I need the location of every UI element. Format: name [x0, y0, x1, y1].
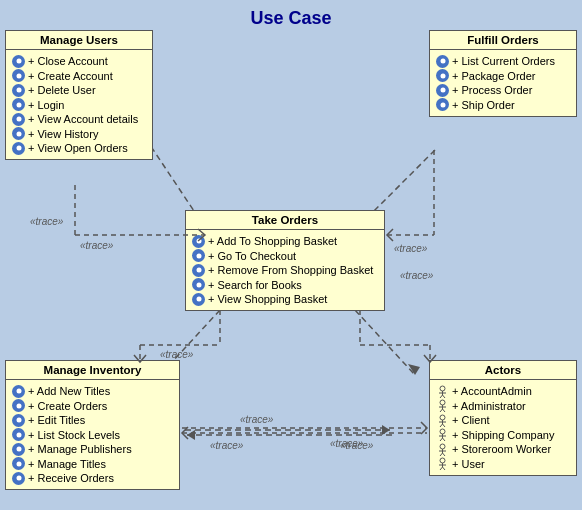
list-item: + Client	[436, 414, 570, 427]
svg-line-21	[443, 409, 446, 412]
list-item: + Ship Order	[436, 98, 570, 111]
svg-line-15	[440, 395, 443, 398]
trace-label-2: «trace»	[400, 270, 433, 281]
list-item: + Go To Checkout	[192, 249, 378, 262]
circle-icon	[12, 472, 25, 485]
svg-line-25	[440, 424, 443, 427]
list-item: + View History	[12, 127, 146, 140]
list-item: + Add New Titles	[12, 385, 173, 398]
list-item: + Manage Publishers	[12, 443, 173, 456]
circle-icon	[12, 55, 25, 68]
actors-box: Actors + AccountAdmin + Administrator + …	[429, 360, 577, 476]
person-icon	[436, 443, 449, 456]
circle-icon	[12, 399, 25, 412]
svg-text:«trace»: «trace»	[240, 414, 274, 425]
list-item: + Add To Shopping Basket	[192, 235, 378, 248]
circle-icon	[436, 84, 449, 97]
list-item: + Edit Titles	[12, 414, 173, 427]
svg-line-6	[355, 310, 415, 375]
take-orders-header: Take Orders	[186, 211, 384, 230]
list-item: + Login	[12, 98, 146, 111]
list-item: + Create Account	[12, 69, 146, 82]
list-item: + Search for Books	[192, 278, 378, 291]
list-item: + View Account details	[12, 113, 146, 126]
svg-line-20	[440, 409, 443, 412]
circle-icon	[192, 264, 205, 277]
svg-line-36	[443, 453, 446, 456]
trace-label-1: «trace»	[80, 240, 113, 251]
trace-label-4: «trace»	[340, 440, 373, 451]
fulfill-orders-body: + List Current Orders + Package Order + …	[430, 50, 576, 116]
manage-users-box: Manage Users + Close Account + Create Ac…	[5, 30, 153, 160]
list-item: + Close Account	[12, 55, 146, 68]
circle-icon	[12, 69, 25, 82]
svg-point-22	[440, 415, 445, 420]
svg-point-12	[440, 386, 445, 391]
list-item: + Remove From Shopping Basket	[192, 264, 378, 277]
circle-icon	[192, 235, 205, 248]
circle-icon	[12, 443, 25, 456]
svg-marker-11	[187, 430, 195, 440]
manage-inventory-body: + Add New Titles + Create Orders + Edit …	[6, 380, 179, 489]
list-item: + Package Order	[436, 69, 570, 82]
circle-icon	[436, 98, 449, 111]
circle-icon	[12, 385, 25, 398]
svg-point-27	[440, 429, 445, 434]
circle-icon	[12, 414, 25, 427]
svg-marker-7	[408, 364, 420, 375]
circle-icon	[12, 457, 25, 470]
list-item: + Manage Titles	[12, 457, 173, 470]
take-orders-box: Take Orders + Add To Shopping Basket + G…	[185, 210, 385, 311]
manage-inventory-header: Manage Inventory	[6, 361, 179, 380]
svg-line-31	[443, 438, 446, 441]
list-item: + User	[436, 457, 570, 470]
person-icon	[436, 385, 449, 398]
svg-line-35	[440, 453, 443, 456]
page-title: Use Case	[0, 0, 582, 29]
circle-icon	[192, 293, 205, 306]
list-item: + AccountAdmin	[436, 385, 570, 398]
fulfill-orders-box: Fulfill Orders + List Current Orders + P…	[429, 30, 577, 117]
list-item: + Storeroom Worker	[436, 443, 570, 456]
svg-text:«trace»: «trace»	[30, 216, 64, 227]
circle-icon	[12, 98, 25, 111]
circle-icon	[12, 142, 25, 155]
circle-icon	[192, 249, 205, 262]
list-item: + Administrator	[436, 399, 570, 412]
person-icon	[436, 414, 449, 427]
svg-point-17	[440, 400, 445, 405]
circle-icon	[12, 127, 25, 140]
circle-icon	[12, 84, 25, 97]
list-item: + List Current Orders	[436, 55, 570, 68]
person-icon	[436, 428, 449, 441]
svg-line-16	[443, 395, 446, 398]
circle-icon	[12, 428, 25, 441]
take-orders-body: + Add To Shopping Basket + Go To Checkou…	[186, 230, 384, 310]
svg-text:«trace»: «trace»	[160, 349, 194, 360]
svg-point-32	[440, 444, 445, 449]
circle-icon	[192, 278, 205, 291]
list-item: + Receive Orders	[12, 472, 173, 485]
person-icon	[436, 457, 449, 470]
svg-text:«trace»: «trace»	[394, 243, 428, 254]
svg-line-41	[443, 467, 446, 470]
circle-icon	[12, 113, 25, 126]
manage-inventory-box: Manage Inventory + Add New Titles + Crea…	[5, 360, 180, 490]
trace-label-3: «trace»	[210, 440, 243, 451]
list-item: + Delete User	[12, 84, 146, 97]
list-item: + Shipping Company	[436, 428, 570, 441]
manage-users-body: + Close Account + Create Account + Delet…	[6, 50, 152, 159]
list-item: + View Shopping Basket	[192, 293, 378, 306]
circle-icon	[436, 69, 449, 82]
svg-line-40	[440, 467, 443, 470]
svg-point-37	[440, 458, 445, 463]
person-icon	[436, 399, 449, 412]
svg-line-30	[440, 438, 443, 441]
circle-icon	[436, 55, 449, 68]
list-item: + View Open Orders	[12, 142, 146, 155]
fulfill-orders-header: Fulfill Orders	[430, 31, 576, 50]
svg-marker-9	[382, 425, 390, 435]
manage-users-header: Manage Users	[6, 31, 152, 50]
actors-body: + AccountAdmin + Administrator + Client …	[430, 380, 576, 475]
svg-line-26	[443, 424, 446, 427]
